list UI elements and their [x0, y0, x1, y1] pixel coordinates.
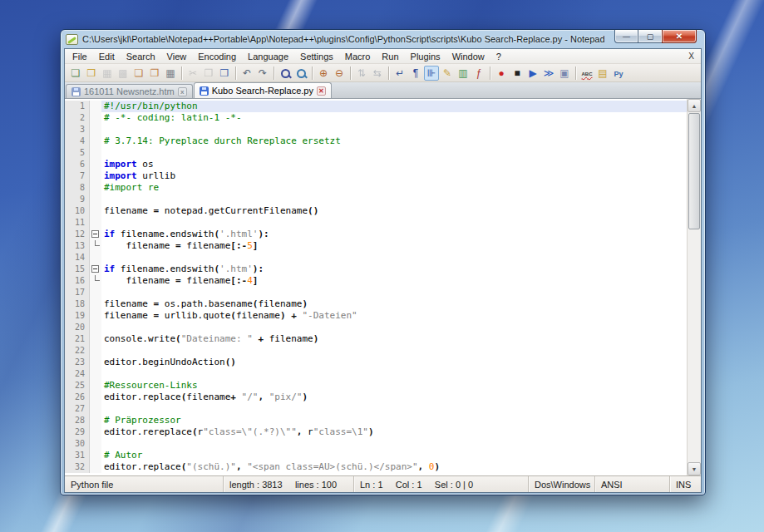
fold-margin: [90, 345, 101, 357]
new-file-icon[interactable]: ❏: [68, 66, 83, 81]
replace-icon[interactable]: [293, 66, 308, 81]
fold-margin: [90, 310, 101, 322]
menu-item-run[interactable]: Run: [376, 51, 404, 62]
fold-margin: [90, 101, 101, 112]
notepad-plus-plus-icon: [66, 34, 78, 45]
close-file-icon[interactable]: ❏: [131, 66, 146, 81]
scroll-down-button[interactable]: ▼: [688, 462, 701, 475]
line-number: 22: [65, 345, 90, 357]
start-recording-icon[interactable]: ●: [494, 66, 509, 81]
menu-item-file[interactable]: File: [67, 51, 93, 62]
status-bar: Python filelength : 3813 lines : 100Ln :…: [65, 475, 701, 492]
fold-collapse-icon[interactable]: [91, 230, 99, 238]
line-number: 26: [65, 392, 90, 403]
editor[interactable]: 1#!/usr/bin/python2# -*- coding: latin-1…: [65, 99, 701, 475]
status-cursor-pos-text: Ln : 1 Col : 1 Sel : 0 | 0: [360, 480, 473, 490]
fold-margin[interactable]: [90, 275, 101, 287]
close-button[interactable]: ✕: [662, 30, 697, 43]
spell-check-icon[interactable]: ABC: [579, 66, 594, 81]
menu-item-plugins[interactable]: Plugins: [405, 51, 446, 62]
title-bar[interactable]: C:\Users\jkl\Portable\Notepad++Portable\…: [64, 30, 702, 48]
close-all-icon[interactable]: ❐: [147, 66, 162, 81]
menu-item-window[interactable]: Window: [446, 51, 490, 62]
code-text: if filename.endswith('.html'):: [101, 229, 687, 240]
open-file-icon[interactable]: ❒: [84, 66, 99, 81]
code-line: 3: [65, 124, 687, 135]
menu-item-encoding[interactable]: Encoding: [192, 51, 242, 62]
menu-item-view[interactable]: View: [161, 51, 193, 62]
code-line: 32editor.replace("(schü.)", "<span class…: [65, 461, 687, 473]
playback-macro-icon[interactable]: ▶: [525, 66, 540, 81]
save-recorded-macro-icon[interactable]: ▣: [557, 66, 572, 81]
code-area[interactable]: 1#!/usr/bin/python2# -*- coding: latin-1…: [65, 99, 687, 475]
python-script-console-icon[interactable]: Py: [611, 66, 626, 81]
show-all-characters-icon[interactable]: ¶: [408, 66, 423, 81]
save-all-icon[interactable]: ▩: [116, 66, 131, 81]
fold-margin: [90, 438, 101, 450]
word-wrap-icon[interactable]: ↵: [392, 66, 407, 81]
code-text: [101, 345, 687, 357]
sync-horizontal-scrolling-icon[interactable]: ⇆: [370, 66, 385, 81]
fold-margin[interactable]: [90, 240, 101, 252]
line-number: 3: [65, 124, 90, 135]
fold-margin: [90, 124, 101, 135]
fold-collapse-icon[interactable]: [91, 265, 99, 273]
status-length-lines-text: length : 3813 lines : 100: [229, 480, 337, 490]
tab-close-icon[interactable]: ✕: [317, 86, 326, 96]
document-map-icon[interactable]: ▥: [456, 66, 471, 81]
line-number: 13: [65, 240, 90, 252]
tab-kubo-search-replace-py[interactable]: Kubo Search-Replace.py✕: [194, 82, 332, 98]
tab-label: 161011 Newsnetz.htm: [84, 86, 175, 96]
notepad-plus-plus-window: C:\Users\jkl\Portable\Notepad++Portable\…: [60, 29, 706, 495]
paste-icon[interactable]: ❒: [217, 66, 232, 81]
menu-item-language[interactable]: Language: [242, 51, 294, 62]
menu-item-search[interactable]: Search: [121, 51, 161, 62]
stop-recording-icon[interactable]: ■: [510, 66, 525, 81]
user-define-language-icon[interactable]: ✎: [440, 66, 455, 81]
fold-margin[interactable]: [90, 264, 101, 275]
menu-item-edit[interactable]: Edit: [93, 51, 121, 62]
zoom-out-icon[interactable]: ⊖: [332, 66, 347, 81]
zoom-in-icon[interactable]: ⊕: [316, 66, 331, 81]
code-text: import urllib: [101, 170, 687, 182]
open-containing-folder-icon[interactable]: ▤: [595, 66, 610, 81]
redo-icon[interactable]: ↷: [255, 66, 270, 81]
scroll-up-button[interactable]: ▲: [688, 99, 701, 112]
tab-161011-newsnetz-htm[interactable]: 161011 Newsnetz.htmx: [66, 84, 193, 98]
line-number: 14: [65, 252, 90, 264]
copy-icon[interactable]: ❐: [201, 66, 216, 81]
line-number: 28: [65, 415, 90, 426]
menu-item-macro[interactable]: Macro: [339, 51, 377, 62]
status-typing-mode-text: INS: [676, 480, 691, 490]
scrollbar-thumb[interactable]: [688, 113, 700, 229]
save-file-icon[interactable]: ▦: [100, 66, 115, 81]
find-icon[interactable]: [278, 66, 293, 81]
undo-icon[interactable]: ↶: [239, 66, 254, 81]
tab-close-icon[interactable]: x: [178, 87, 187, 96]
status-doc-type-text: Python file: [71, 480, 113, 490]
run-macro-multiple-times-icon[interactable]: ≫: [541, 66, 556, 81]
maximize-button[interactable]: ▢: [638, 30, 662, 43]
saved-file-icon: [71, 87, 81, 96]
sync-vertical-scrolling-icon[interactable]: ⇅: [354, 66, 369, 81]
toolbar-separator: [350, 66, 351, 80]
menu-item-help[interactable]: ?: [490, 51, 507, 62]
status-cursor-pos: Ln : 1 Col : 1 Sel : 0 | 0: [353, 476, 528, 492]
vertical-scrollbar[interactable]: ▲ ▼: [687, 99, 701, 475]
minimize-button[interactable]: —: [614, 30, 638, 43]
print-icon[interactable]: ▦: [163, 66, 178, 81]
menu-item-settings[interactable]: Settings: [294, 51, 339, 62]
scrollbar-track[interactable]: [688, 230, 701, 462]
line-number: 19: [65, 310, 90, 322]
cut-icon[interactable]: ✂: [185, 66, 200, 81]
show-indent-guide-icon[interactable]: ⊪: [424, 66, 439, 81]
fold-margin[interactable]: [90, 229, 101, 240]
close-document-button[interactable]: X: [688, 52, 694, 61]
code-line: 28# Präprozessor: [65, 415, 687, 426]
line-number: 17: [65, 287, 90, 298]
line-number: 11: [65, 217, 90, 229]
code-line: 31# Autor: [65, 450, 687, 461]
function-list-icon[interactable]: ƒ: [471, 66, 486, 81]
code-line: 2# -*- coding: latin-1 -*-: [65, 112, 687, 124]
fold-margin: [90, 415, 101, 426]
